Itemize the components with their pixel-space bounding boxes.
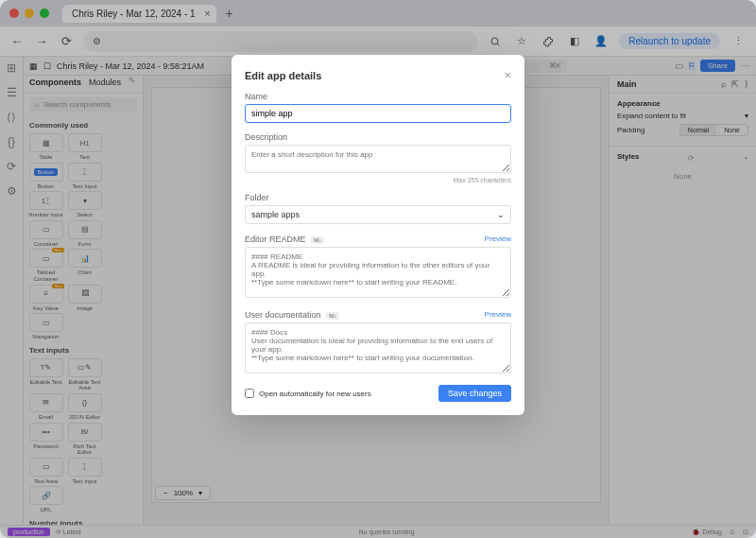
markdown-badge-icon: M↓ (326, 312, 339, 320)
readme-preview-link[interactable]: Preview (485, 234, 511, 243)
folder-label: Folder (245, 193, 511, 202)
folder-select[interactable]: sample apps ⌄ (245, 205, 511, 224)
modal-overlay[interactable]: Edit app details × Name Description Max … (0, 0, 756, 538)
folder-value: sample apps (251, 210, 300, 219)
readme-label: Editor README (245, 234, 306, 244)
save-button[interactable]: Save changes (438, 385, 511, 402)
auto-open-label: Open automatically for new users (259, 390, 371, 398)
description-hint: Max 255 characters (245, 177, 511, 183)
docs-input[interactable] (245, 322, 511, 373)
chevron-down-icon: ⌄ (497, 210, 505, 219)
description-input[interactable] (245, 145, 511, 173)
name-label: Name (245, 92, 511, 101)
docs-label: User documentation (245, 310, 321, 320)
docs-preview-link[interactable]: Preview (485, 310, 511, 319)
modal-title: Edit app details (245, 70, 321, 81)
markdown-badge-icon: M↓ (311, 236, 324, 244)
close-icon[interactable]: × (504, 68, 511, 82)
description-label: Description (245, 132, 511, 142)
edit-app-modal: Edit app details × Name Description Max … (232, 55, 524, 415)
name-input[interactable] (245, 104, 511, 123)
auto-open-checkbox[interactable]: Open automatically for new users (245, 389, 371, 398)
readme-input[interactable] (245, 247, 511, 298)
auto-open-input[interactable] (245, 389, 254, 398)
